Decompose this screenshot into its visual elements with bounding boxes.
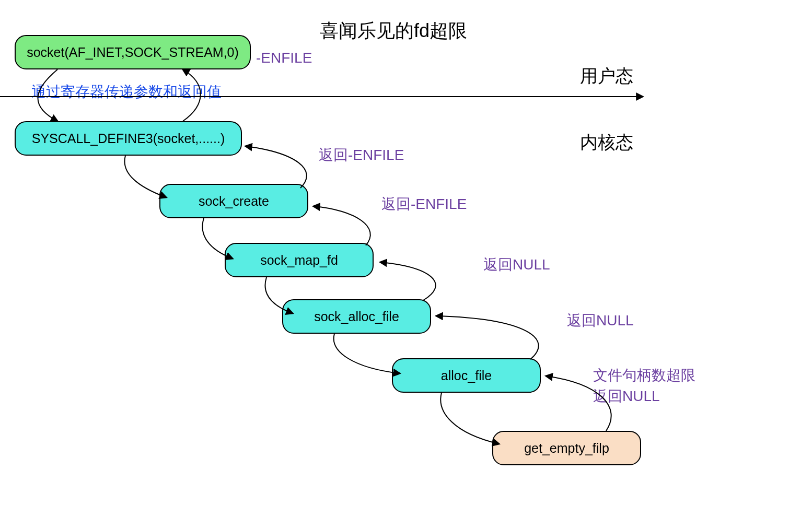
arrow-sockallocfile-to-sockmapfd xyxy=(380,262,436,300)
arrow-allocfile-to-sockallocfile xyxy=(436,316,539,359)
kernelspace-label: 内核态 xyxy=(580,131,633,155)
label-register-pass: 通过寄存器传递参数和返回值 xyxy=(31,82,222,102)
node-alloc-file: alloc_file xyxy=(392,358,541,393)
diagram-title: 喜闻乐见的fd超限 xyxy=(320,18,467,44)
arrow-allocfile-to-getemptyfilp xyxy=(440,393,499,444)
arrow-sockcreate-to-syscall xyxy=(246,146,307,188)
label-return-enfile-1: 返回-ENFILE xyxy=(319,145,404,165)
label-file-limit-2: 返回NULL xyxy=(593,386,660,406)
userspace-label: 用户态 xyxy=(580,64,633,88)
label-return-null-2: 返回NULL xyxy=(567,311,634,331)
arrow-sockmapfd-to-sockcreate xyxy=(314,206,370,245)
node-sock-alloc-file: sock_alloc_file xyxy=(282,299,431,334)
label-return-null-1: 返回NULL xyxy=(483,255,550,275)
label-enfile: -ENFILE xyxy=(256,50,312,66)
node-get-empty-filp: get_empty_filp xyxy=(492,431,641,465)
node-socket-call: socket(AF_INET,SOCK_STREAM,0) xyxy=(15,35,251,69)
arrows-overlay xyxy=(0,0,812,517)
node-sock-map-fd: sock_map_fd xyxy=(225,243,374,277)
label-return-enfile-2: 返回-ENFILE xyxy=(381,194,467,214)
node-sock-create: sock_create xyxy=(159,184,308,218)
arrow-sockallocfile-to-allocfile xyxy=(334,334,400,373)
node-syscall-define: SYSCALL_DEFINE3(socket,......) xyxy=(15,121,242,156)
label-file-limit-1: 文件句柄数超限 xyxy=(593,366,695,385)
